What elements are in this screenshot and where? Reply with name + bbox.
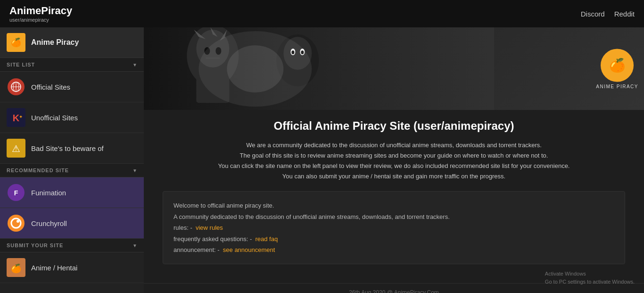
info-box: Welcome to officail anime piracy site. A…: [163, 191, 625, 264]
topnav-links: Discord Reddit: [581, 10, 635, 18]
recommended-chevron: ▼: [132, 168, 137, 173]
content-area: 🍊 ANIME PIRACY Official Anime Piracy Sit…: [144, 27, 644, 293]
sidebar-item-anime-hentai[interactable]: 🍊 Anime / Hentai: [0, 252, 144, 283]
topnav: AnimePiracy user/animepiracy Discord Red…: [0, 0, 644, 27]
footer-bar: 26th Aug 2020 @ AnimePiracy.Com: [144, 283, 644, 293]
sidebar-item-crunchyroll[interactable]: Crunchyroll: [0, 208, 144, 239]
svg-point-33: [227, 45, 283, 92]
rules-prefix: rules: -: [173, 224, 192, 231]
footer-text: 26th Aug 2020 @ AnimePiracy.Com: [349, 289, 439, 293]
announce-link[interactable]: see announcement: [223, 246, 275, 253]
infobox-rules: rules: - view rules: [173, 222, 614, 233]
infobox-line1: Welcome to officail anime piracy site.: [173, 200, 614, 211]
submit-chevron: ▼: [132, 243, 137, 248]
funimation-label: Funimation: [31, 189, 66, 197]
svg-text:F: F: [14, 189, 18, 197]
sidebar-item-bad-sites[interactable]: ⚠ Bad Site's to beware of: [0, 133, 144, 164]
crunchyroll-icon: [7, 214, 25, 233]
content-body: Official Anime Piracy Site (user/animepi…: [144, 110, 644, 283]
desc-line-1: We are a community dedicated to the disc…: [246, 142, 542, 149]
anime-hentai-label: Anime / Hentai: [31, 264, 77, 272]
page-description: We are a community dedicated to the disc…: [163, 140, 625, 182]
sidebar-item-funimation[interactable]: F Funimation: [0, 177, 144, 208]
sidebar-top-item[interactable]: 🍊 Anime Piracy: [0, 27, 144, 58]
anime-piracy-icon: 🍊: [7, 33, 25, 52]
infobox-announce: announcement: - see announcement: [173, 244, 614, 255]
site-list-section-header[interactable]: SITE LIST ▼: [0, 58, 144, 72]
site-list-chevron: ▼: [132, 62, 137, 67]
desc-line-2: The goal of this site is to review anime…: [240, 152, 548, 159]
brand-sub: user/animepiracy: [9, 17, 72, 23]
funimation-icon: F: [7, 183, 25, 202]
recommended-title: RECOMMENDED SITE: [7, 167, 69, 173]
page-title: Official Anime Piracy Site (user/animepi…: [163, 119, 625, 133]
svg-text:🍊: 🍊: [11, 263, 22, 274]
unofficial-sites-label: Unofficial Sites: [31, 114, 78, 122]
main-layout: 🍊 Anime Piracy SITE LIST ▼ Official Site…: [0, 27, 644, 293]
banner: 🍊 ANIME PIRACY: [144, 27, 644, 110]
banner-logo-text: ANIME PIRACY: [596, 84, 638, 89]
bad-sites-icon: ⚠: [7, 139, 25, 158]
discord-link[interactable]: Discord: [581, 10, 605, 18]
bad-sites-label: Bad Site's to beware of: [31, 144, 104, 152]
faq-prefix: frequently asked questions: -: [173, 235, 252, 243]
sidebar-top-label: Anime Piracy: [31, 38, 79, 47]
crunchyroll-label: Crunchyroll: [31, 219, 67, 227]
brand-name: AnimePiracy: [9, 5, 72, 17]
anime-hentai-icon: 🍊: [7, 258, 25, 277]
banner-logo-icon: 🍊: [601, 49, 634, 82]
banner-figure: [144, 27, 494, 110]
svg-point-13: [17, 220, 19, 223]
desc-line-3: You can click the site name on the left …: [218, 162, 570, 169]
official-sites-icon: [7, 77, 25, 96]
infobox-line2: A community dedicated to the discussion …: [173, 211, 614, 222]
banner-logo-box: 🍊 ANIME PIRACY: [596, 49, 638, 89]
faq-link[interactable]: read faq: [255, 235, 278, 243]
sidebar-item-unofficial-sites[interactable]: K ✦ Unofficial Sites: [0, 102, 144, 133]
site-list-title: SITE LIST: [7, 62, 35, 67]
sidebar-item-official-sites[interactable]: Official Sites: [0, 72, 144, 102]
desc-line-4: You can also submit your anime / hentai …: [282, 173, 505, 180]
rules-link[interactable]: view rules: [196, 224, 223, 231]
submit-title: SUBMIT YOUR SITE: [7, 243, 63, 248]
unofficial-sites-icon: K ✦: [7, 108, 25, 127]
sidebar: 🍊 Anime Piracy SITE LIST ▼ Official Site…: [0, 27, 144, 293]
recommended-section-header[interactable]: RECOMMENDED SITE ▼: [0, 164, 144, 177]
svg-point-11: [8, 215, 25, 232]
submit-section-header[interactable]: SUBMIT YOUR SITE ▼: [0, 239, 144, 252]
svg-text:⚠: ⚠: [12, 143, 20, 154]
official-sites-label: Official Sites: [31, 83, 70, 91]
reddit-link[interactable]: Reddit: [614, 10, 635, 18]
brand: AnimePiracy user/animepiracy: [9, 5, 72, 23]
infobox-faq: frequently asked questions: - read faq: [173, 234, 614, 244]
announce-prefix: announcement: -: [173, 246, 220, 253]
svg-text:✦: ✦: [19, 114, 23, 119]
